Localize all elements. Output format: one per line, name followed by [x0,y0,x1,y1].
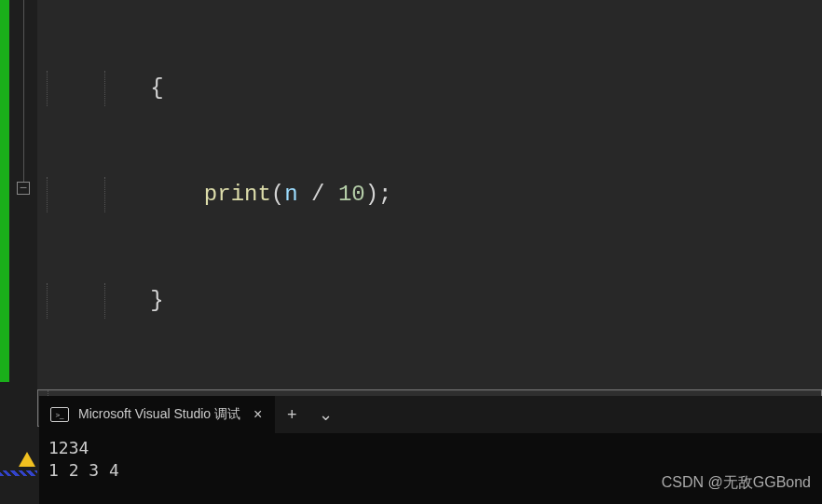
terminal-tab[interactable]: >_ Microsoft Visual Studio 调试 × [39,396,275,433]
warning-icon[interactable] [19,452,35,467]
watermark: CSDN @无敌GGBond [662,473,811,493]
terminal-tab-bar: >_ Microsoft Visual Studio 调试 × + ⌄ [39,396,822,433]
chevron-down-icon: ⌄ [319,404,333,425]
gutter: − [0,0,37,391]
fold-column: − [9,0,37,391]
modified-marker [0,470,37,476]
tab-dropdown-button[interactable]: ⌄ [308,396,342,433]
var-n: n [284,182,297,207]
close-icon[interactable]: × [250,402,266,427]
new-tab-button[interactable]: + [275,396,308,433]
brace-open: { [150,75,163,101]
code-area[interactable]: { print(n / 10); } printf("%d ", n%10); … [37,0,822,391]
terminal-line-input: 1234 [48,437,813,459]
coverage-bar [0,0,9,382]
fn-print: print [204,182,271,207]
code-editor[interactable]: − { print(n / 10); } printf("%d ", n%10)… [0,0,822,391]
tab-title: Microsoft Visual Studio 调试 [78,406,240,423]
terminal-icon: >_ [50,407,69,422]
brace-close: } [150,288,163,313]
fold-toggle[interactable]: − [17,182,30,195]
